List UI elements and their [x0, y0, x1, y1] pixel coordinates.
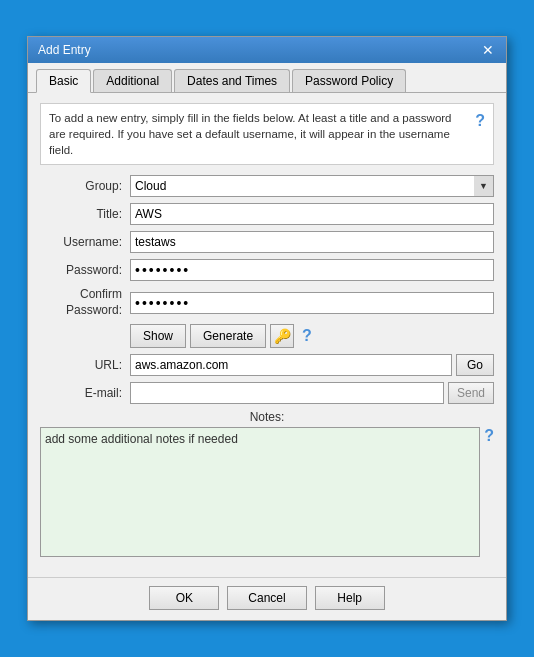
info-text: To add a new entry, simply fill in the f…	[49, 110, 469, 158]
group-row: Group: Cloud ▼	[40, 175, 494, 197]
tab-additional[interactable]: Additional	[93, 69, 172, 92]
tab-basic[interactable]: Basic	[36, 69, 91, 93]
content-area: To add a new entry, simply fill in the f…	[28, 93, 506, 577]
go-button[interactable]: Go	[456, 354, 494, 376]
group-select[interactable]: Cloud	[130, 175, 494, 197]
notes-help-icon[interactable]: ?	[484, 427, 494, 445]
info-help-icon[interactable]: ?	[475, 110, 485, 132]
add-entry-dialog: Add Entry ✕ Basic Additional Dates and T…	[27, 36, 507, 621]
group-dropdown-wrap: Cloud ▼	[130, 175, 494, 197]
title-input[interactable]	[130, 203, 494, 225]
confirm-password-row: ConfirmPassword:	[40, 287, 494, 318]
title-row: Title:	[40, 203, 494, 225]
notes-textarea[interactable]: add some additional notes if needed	[40, 427, 480, 557]
username-row: Username:	[40, 231, 494, 253]
tab-dates-times[interactable]: Dates and Times	[174, 69, 290, 92]
close-button[interactable]: ✕	[480, 43, 496, 57]
notes-label: Notes:	[40, 410, 494, 424]
show-password-button[interactable]: Show	[130, 324, 186, 348]
tab-password-policy[interactable]: Password Policy	[292, 69, 406, 92]
key-icon-button[interactable]: 🔑	[270, 324, 294, 348]
cancel-button[interactable]: Cancel	[227, 586, 306, 610]
password-row: Password:	[40, 259, 494, 281]
url-input[interactable]	[130, 354, 452, 376]
title-label: Title:	[40, 207, 130, 221]
email-input[interactable]	[130, 382, 444, 404]
ok-button[interactable]: OK	[149, 586, 219, 610]
tab-bar: Basic Additional Dates and Times Passwor…	[28, 63, 506, 93]
confirm-password-input[interactable]	[130, 292, 494, 314]
url-label: URL:	[40, 358, 130, 372]
url-row: URL: Go	[40, 354, 494, 376]
password-help-icon[interactable]: ?	[302, 327, 312, 345]
password-input[interactable]	[130, 259, 494, 281]
password-buttons-row: Show Generate 🔑 ?	[130, 324, 494, 348]
send-button[interactable]: Send	[448, 382, 494, 404]
key-icon: 🔑	[274, 328, 291, 344]
email-label: E-mail:	[40, 386, 130, 400]
bottom-buttons-bar: OK Cancel Help	[28, 577, 506, 620]
title-bar: Add Entry ✕	[28, 37, 506, 63]
info-box: To add a new entry, simply fill in the f…	[40, 103, 494, 165]
username-label: Username:	[40, 235, 130, 249]
email-row: E-mail: Send	[40, 382, 494, 404]
username-input[interactable]	[130, 231, 494, 253]
generate-password-button[interactable]: Generate	[190, 324, 266, 348]
confirm-password-label: ConfirmPassword:	[40, 287, 130, 318]
notes-area-wrap: add some additional notes if needed ?	[40, 427, 494, 557]
password-label: Password:	[40, 263, 130, 277]
help-button[interactable]: Help	[315, 586, 385, 610]
group-label: Group:	[40, 179, 130, 193]
dialog-title: Add Entry	[38, 43, 91, 57]
